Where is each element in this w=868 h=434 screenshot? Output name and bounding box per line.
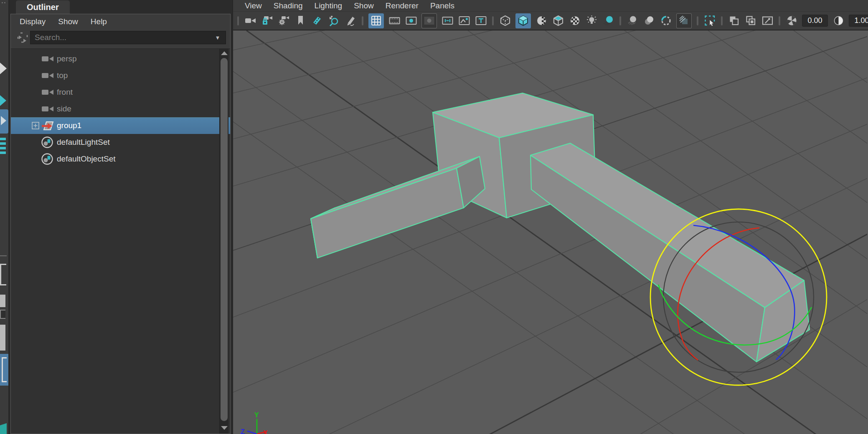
lighting-icon[interactable] xyxy=(585,13,598,28)
outliner-item-label: top xyxy=(57,71,68,80)
layout-button-active-partial[interactable] xyxy=(0,354,8,386)
viewport-menu-view[interactable]: View xyxy=(239,1,268,10)
outliner-list: persptopfrontsidegroup1defaultLightSetde… xyxy=(11,48,230,434)
camera-icon xyxy=(41,84,55,101)
safe-title-icon[interactable] xyxy=(475,13,487,28)
image-pen-icon[interactable] xyxy=(761,13,774,28)
expander-spacer xyxy=(32,134,41,151)
contrast-icon[interactable] xyxy=(832,13,845,28)
exposure-icon[interactable] xyxy=(785,13,798,28)
resolution-gate-icon[interactable] xyxy=(405,13,417,28)
camera-icon xyxy=(41,101,55,117)
scroll-down-icon[interactable] xyxy=(220,424,228,431)
search-box: ▼ xyxy=(30,31,226,44)
pan-zoom-icon[interactable] xyxy=(311,13,323,28)
wireframe-on-shaded-icon[interactable] xyxy=(535,13,548,28)
search-dropdown-icon[interactable]: ▼ xyxy=(210,31,226,44)
toolbar-separator xyxy=(721,16,723,25)
isolate-select-icon[interactable] xyxy=(703,13,716,28)
outliner-item-label: front xyxy=(57,88,73,97)
toolbar-separator xyxy=(362,16,363,25)
camera-lock-icon[interactable] xyxy=(261,13,273,28)
outliner-item-group1[interactable]: group1 xyxy=(11,117,230,134)
outliner-tabrow: Outliner xyxy=(9,0,232,14)
expand-icon[interactable] xyxy=(32,117,41,134)
shadows-icon[interactable] xyxy=(602,13,614,28)
viewport-toolbar: 0.001.00 xyxy=(233,11,868,30)
last-tool-icon-partial[interactable] xyxy=(0,264,6,285)
bookmark-icon[interactable] xyxy=(294,13,307,28)
outliner-layout-icon-partial[interactable] xyxy=(0,423,7,434)
viewport-menu-show[interactable]: Show xyxy=(348,1,380,10)
outliner-tab[interactable]: Outliner xyxy=(16,0,70,14)
beam-left-front-face[interactable] xyxy=(311,168,464,258)
gamma-value-field[interactable]: 1.00 xyxy=(849,15,868,27)
viewport-menubar: ViewShadingLightingShowRendererPanels xyxy=(233,0,868,11)
toolbar-separator xyxy=(237,16,239,25)
textured-icon[interactable] xyxy=(552,13,564,28)
outliner-frame: DisplayShowHelp ▼ persptopfrontsidegroup… xyxy=(10,14,231,434)
outliner-menu-help[interactable]: Help xyxy=(84,17,113,26)
outliner-scrollbar[interactable] xyxy=(219,49,228,434)
screen-space-ao-icon[interactable] xyxy=(626,13,639,28)
select-tool-icon-partial[interactable] xyxy=(0,63,7,74)
viewport-menu-shading[interactable]: Shading xyxy=(268,1,309,10)
layout-button-partial[interactable] xyxy=(0,325,5,351)
transform-icon xyxy=(41,117,55,134)
viewport-menu-renderer[interactable]: Renderer xyxy=(380,1,424,10)
double-square-b-icon[interactable] xyxy=(744,13,757,28)
search-input[interactable] xyxy=(30,33,210,42)
grip-dot xyxy=(2,2,3,3)
motion-blur-icon[interactable] xyxy=(643,13,655,28)
outliner-item-label: persp xyxy=(57,54,77,63)
outliner-menu-show[interactable]: Show xyxy=(52,17,84,26)
double-square-a-icon[interactable] xyxy=(728,13,740,28)
scroll-up-icon[interactable] xyxy=(220,50,228,56)
set-icon xyxy=(41,151,55,167)
outliner-item-front[interactable]: front xyxy=(11,84,230,101)
toolbar-separator xyxy=(697,16,698,25)
layout-button-partial[interactable] xyxy=(0,310,5,319)
viewport-menu-lighting[interactable]: Lighting xyxy=(309,1,348,10)
filter-icon[interactable] xyxy=(15,30,30,45)
exposure-value-field[interactable]: 0.00 xyxy=(802,15,828,27)
field-chart-icon[interactable] xyxy=(441,13,454,28)
camera-icon xyxy=(41,67,55,84)
beam-left-object[interactable] xyxy=(311,156,485,258)
use-default-material-icon[interactable] xyxy=(569,13,581,28)
xray-icon[interactable] xyxy=(676,13,692,28)
safe-action-icon[interactable] xyxy=(458,13,470,28)
expander-spacer xyxy=(32,84,41,101)
layout-button-partial[interactable] xyxy=(0,295,5,307)
smooth-shaded-icon[interactable] xyxy=(515,13,531,28)
axis-indicator: Y Z X xyxy=(241,411,268,434)
lasso-tool-icon-partial[interactable] xyxy=(0,95,6,106)
outliner-menu-display[interactable]: Display xyxy=(13,17,52,26)
outliner-item-defaultObjectSet[interactable]: defaultObjectSet xyxy=(11,151,230,167)
gate-mask-icon[interactable] xyxy=(421,13,437,28)
rotate-tool-button-partial[interactable] xyxy=(0,109,8,134)
camera-attributes-icon[interactable] xyxy=(277,13,290,28)
grease-pencil-icon[interactable] xyxy=(344,13,357,28)
film-gate-icon[interactable] xyxy=(388,13,401,28)
toolbox-divider xyxy=(0,255,7,256)
viewport-canvas[interactable]: Y Z X xyxy=(233,30,868,434)
wireframe-icon[interactable] xyxy=(499,13,511,28)
anti-aliasing-icon[interactable] xyxy=(660,13,672,28)
expander-spacer xyxy=(32,50,41,67)
camera-icon[interactable] xyxy=(244,13,256,28)
outliner-item-top[interactable]: top xyxy=(11,67,230,84)
toolbar-separator xyxy=(619,16,621,25)
outliner-item-label: defaultLightSet xyxy=(57,138,110,147)
scrollbar-thumb[interactable] xyxy=(221,58,228,421)
zoom-select-icon[interactable] xyxy=(327,13,340,28)
outliner-item-side[interactable]: side xyxy=(11,101,230,117)
outliner-search-row: ▼ xyxy=(11,29,230,48)
scale-tool-icon-partial[interactable] xyxy=(0,138,6,156)
grid-icon[interactable] xyxy=(368,13,384,28)
outliner-item-defaultLightSet[interactable]: defaultLightSet xyxy=(11,134,230,151)
axis-z-label: Z xyxy=(241,428,245,434)
outliner-item-persp[interactable]: persp xyxy=(11,50,230,67)
axis-x-label: X xyxy=(263,429,268,434)
viewport-menu-panels[interactable]: Panels xyxy=(424,1,460,10)
